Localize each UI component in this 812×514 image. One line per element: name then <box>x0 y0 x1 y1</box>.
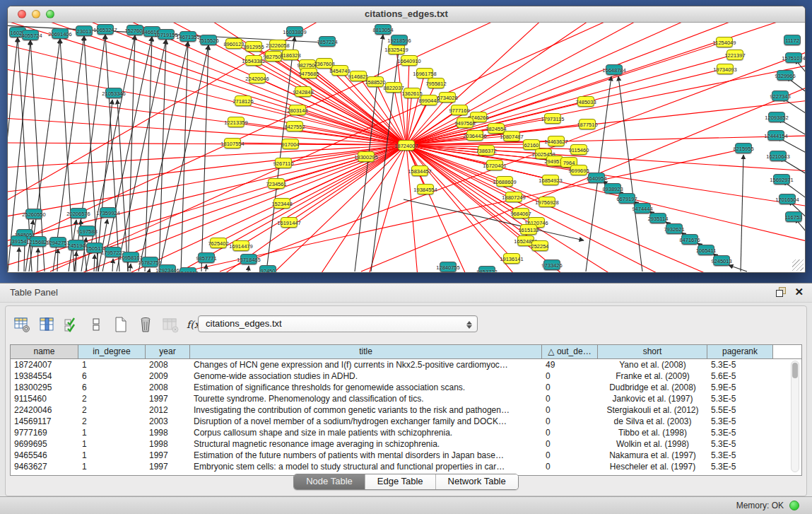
float-panel-icon[interactable] <box>776 287 786 297</box>
graph-node[interactable]: 12156829 <box>30 236 47 247</box>
graph-node[interactable]: 7485033 <box>577 96 594 107</box>
graph-node[interactable]: 2803144 <box>289 105 306 115</box>
graph-node[interactable]: 9245013 <box>713 255 730 266</box>
graph-node[interactable]: 9115460 <box>570 144 587 155</box>
graph-node[interactable]: 17359924 <box>100 207 117 218</box>
graph-node[interactable]: 7955812 <box>428 78 445 88</box>
graph-node[interactable]: 16720401 <box>486 160 503 170</box>
graph-node[interactable]: 10719155 <box>158 29 175 40</box>
graph-node[interactable]: 8471676 <box>681 234 698 245</box>
graph-node[interactable]: 6734028 <box>439 92 456 103</box>
graph-node[interactable]: 18300295 <box>358 151 375 162</box>
table-row[interactable]: 911546021997Tourette syndrome. Phenomeno… <box>11 393 801 404</box>
graph-node[interactable]: 9475685 <box>300 68 317 78</box>
minimize-window-button[interactable] <box>32 10 40 18</box>
graph-node[interactable]: 39154 <box>11 235 28 246</box>
graph-node[interactable]: 18724007 <box>398 140 415 151</box>
graph-node[interactable]: 12923446 <box>159 264 176 272</box>
show-columns-icon[interactable] <box>37 315 56 334</box>
graph-node[interactable]: 9474444 <box>634 203 651 214</box>
graph-node[interactable]: 16191447 <box>281 217 298 228</box>
table-row[interactable]: 1872400712008Changes of HCN gene express… <box>11 359 801 370</box>
tab-network-table[interactable]: Network Table <box>435 474 518 489</box>
graph-node[interactable]: 1362615 <box>404 88 420 98</box>
graph-node[interactable]: 10653247 <box>97 24 114 35</box>
graph-node[interactable]: 22420046 <box>249 73 266 83</box>
graph-node[interactable]: 14463627 <box>548 136 565 146</box>
graph-node[interactable]: 8912955 <box>245 41 262 52</box>
graph-node[interactable]: 9146821 <box>350 71 367 81</box>
graph-node[interactable]: 8990448 <box>420 95 437 105</box>
table-row[interactable]: 2242004622012Investigating the contribut… <box>11 404 801 416</box>
graph-node[interactable]: 9853722 <box>478 266 495 272</box>
graph-node[interactable]: 9699695 <box>570 165 587 175</box>
graph-node[interactable]: 16033809 <box>286 26 303 37</box>
graph-node[interactable]: 12213359 <box>228 117 245 127</box>
column-header-title[interactable]: title <box>190 345 542 359</box>
table-row[interactable]: 1456911722003Disruption of a novel membe… <box>11 416 801 427</box>
graph-node[interactable]: 1588520 <box>367 76 384 87</box>
window-resize-grip[interactable] <box>792 259 804 271</box>
network-canvas[interactable]: 1872400789601238912955232260589827503165… <box>8 23 805 272</box>
delete-trash-icon[interactable] <box>136 315 155 334</box>
graph-node[interactable]: 19756928 <box>539 197 555 207</box>
clear-rows-icon[interactable] <box>87 315 105 334</box>
graph-node[interactable]: 9197588 <box>78 226 95 236</box>
graph-node[interactable]: 7515526 <box>200 35 217 45</box>
close-panel-icon[interactable]: ✕ <box>794 287 804 297</box>
graph-node[interactable]: 15692971 <box>773 174 790 185</box>
graph-node[interactable]: 15834457 <box>411 165 428 176</box>
zoom-window-button[interactable] <box>46 10 54 18</box>
graph-node[interactable]: 917004 <box>282 139 299 149</box>
select-rows-icon[interactable] <box>62 315 81 334</box>
graph-node[interactable]: 9329966 <box>777 70 794 81</box>
table-row[interactable]: 969969511998Structural magnetic resonanc… <box>11 438 801 450</box>
graph-node[interactable]: 1523448 <box>273 198 290 209</box>
table-row[interactable]: 1938455462009Genome-wide association stu… <box>11 370 801 382</box>
graph-node[interactable]: 9497568 <box>457 117 473 128</box>
graph-node[interactable]: 16648784 <box>606 64 623 75</box>
graph-node[interactable]: 18107554 <box>224 138 241 148</box>
graph-node[interactable]: 252254 <box>531 240 548 251</box>
column-header-outde[interactable]: △ out_de… <box>542 345 598 359</box>
table-mode-icon[interactable] <box>13 315 31 334</box>
graph-node[interactable]: 12093852 <box>768 112 785 122</box>
graph-node[interactable]: 2718126 <box>235 95 252 106</box>
graph-node[interactable]: 1065411 <box>698 245 714 255</box>
graph-node[interactable]: 10688609 <box>496 176 513 187</box>
graph-node[interactable]: 16210643 <box>770 151 787 161</box>
graph-node[interactable]: 8186328 <box>282 49 299 60</box>
graph-node[interactable]: 9684067 <box>512 208 529 218</box>
tab-node-table[interactable]: Node Table <box>294 474 365 489</box>
graph-node[interactable]: 20206576 <box>70 208 87 218</box>
graph-node[interactable]: 8215955 <box>735 143 752 153</box>
table-row[interactable]: 946554611997Estimation of the future num… <box>11 450 801 461</box>
graph-node[interactable]: 1221397 <box>726 49 743 60</box>
table-selector-dropdown[interactable]: citations_edges.txt <box>198 315 478 332</box>
graph-node[interactable]: 12840755 <box>440 262 457 272</box>
graph-node[interactable]: 16961758 <box>416 68 433 78</box>
graph-node[interactable]: 16640910 <box>401 55 418 66</box>
graph-node[interactable]: 9245012 <box>180 267 196 272</box>
close-window-button[interactable] <box>18 10 26 18</box>
graph-node[interactable]: 19136141 <box>503 253 520 264</box>
memory-status-indicator[interactable] <box>789 501 799 510</box>
graph-node[interactable]: 92450 <box>259 265 276 272</box>
graph-node[interactable]: 25260550 <box>25 209 42 219</box>
graph-node[interactable]: 15751074 <box>785 52 802 63</box>
graph-node[interactable]: 16854923 <box>542 175 559 185</box>
new-document-icon[interactable] <box>112 315 130 334</box>
graph-node[interactable]: 7234561 <box>268 178 285 189</box>
graph-node[interactable]: 23013 <box>76 25 93 36</box>
graph-node[interactable]: 13718485 <box>240 254 257 264</box>
graph-node[interactable]: 9733426 <box>543 259 560 270</box>
graph-node[interactable]: 20691406 <box>52 28 69 39</box>
graph-node[interactable]: 8822037 <box>385 82 402 93</box>
table-row[interactable]: 946362711997Embryonic stem cells: a mode… <box>11 461 801 472</box>
import-table-icon[interactable] <box>161 315 180 334</box>
graph-node[interactable]: 7625402 <box>210 238 227 248</box>
graph-node[interactable]: 19734093 <box>717 64 734 74</box>
column-header-year[interactable]: year <box>146 345 190 359</box>
graph-node[interactable]: 1640954 <box>588 173 605 183</box>
table-scrollbar-thumb[interactable] <box>792 363 798 378</box>
